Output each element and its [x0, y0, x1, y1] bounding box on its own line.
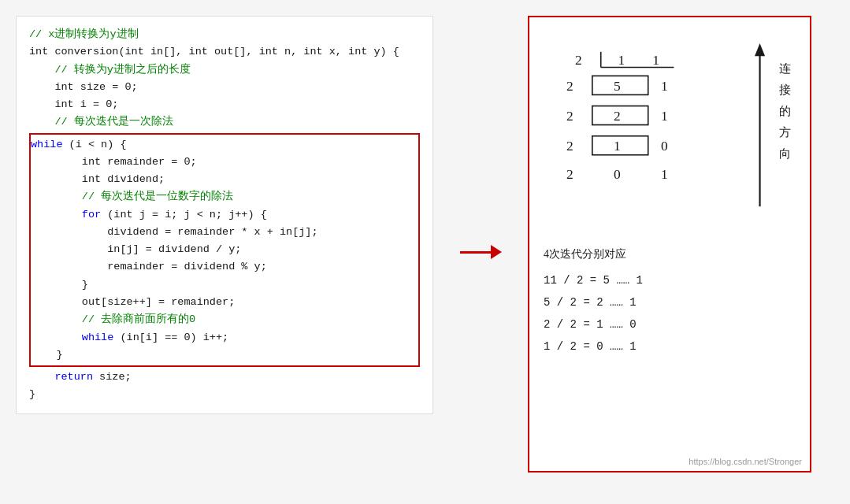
arrow-head: [491, 245, 502, 259]
diagram-panel: 2 1 1 2 5 1 2 2 1 2: [528, 16, 811, 472]
w3: // 每次迭代是一位数字的除法: [31, 188, 418, 206]
w12: }: [31, 346, 418, 364]
svg-text:1: 1: [661, 166, 668, 182]
w7: remainder = dividend % y;: [31, 258, 418, 276]
code-panel: // x进制转换为y进制 int conversion(int in[], in…: [16, 16, 433, 414]
while-block: while (i < n) { int remainder = 0; int d…: [29, 133, 420, 367]
watermark: https://blog.csdn.net/Stronger: [689, 457, 802, 466]
close-line: }: [29, 386, 420, 403]
arrow-row: [460, 245, 502, 259]
return-line: return size;: [29, 369, 420, 386]
code-line-2: int conversion(int in[], int out[], int …: [29, 43, 420, 61]
svg-text:1: 1: [652, 52, 659, 68]
w11: while (in[i] == 0) i++;: [31, 329, 418, 346]
iter-line-1: 5 / 2 = 2 …… 1: [544, 291, 796, 313]
svg-text:1: 1: [614, 138, 621, 154]
w4: for (int j = i; j < n; j++) {: [31, 206, 418, 224]
w6: in[j] = dividend / y;: [31, 241, 418, 258]
w8: }: [31, 276, 418, 294]
svg-text:2: 2: [566, 108, 573, 124]
iterations-section: 4次迭代分别对应 11 / 2 = 5 …… 1 5 / 2 = 2 …… 1 …: [544, 247, 796, 358]
arrow-shaft: [460, 251, 492, 254]
iter-line-0: 11 / 2 = 5 …… 1: [544, 269, 796, 291]
iterations-title: 4次迭代分别对应: [544, 247, 796, 261]
arrow-container: [457, 16, 504, 488]
code-line-3: // 转换为y进制之后的长度: [29, 61, 420, 79]
code-line-6: // 每次迭代是一次除法: [29, 113, 420, 131]
connect-direction-label: 连 接 的 方 向: [779, 58, 791, 165]
svg-text:2: 2: [566, 78, 573, 94]
w10: // 去除商前面所有的0: [31, 311, 418, 328]
iter-line-3: 1 / 2 = 0 …… 1: [544, 335, 796, 358]
svg-text:2: 2: [566, 166, 573, 182]
svg-marker-1: [755, 43, 765, 56]
division-diagram: 2 1 1 2 5 1 2 2 1 2: [544, 35, 796, 224]
code-line-5: int i = 0;: [29, 96, 420, 113]
svg-text:0: 0: [614, 166, 621, 182]
division-svg: 2 1 1 2 5 1 2 2 1 2: [544, 35, 796, 224]
svg-text:1: 1: [661, 108, 668, 124]
w9: out[size++] = remainder;: [31, 294, 418, 311]
w1: int remainder = 0;: [31, 154, 418, 171]
while-line: while (i < n) {: [31, 136, 418, 154]
main-container: // x进制转换为y进制 int conversion(int in[], in…: [0, 0, 850, 504]
svg-text:1: 1: [618, 52, 625, 68]
iter-line-2: 2 / 2 = 1 …… 0: [544, 313, 796, 335]
svg-text:2: 2: [614, 108, 621, 124]
svg-text:1: 1: [661, 78, 668, 94]
code-line-1: // x进制转换为y进制: [29, 26, 420, 43]
w2: int dividend;: [31, 171, 418, 188]
svg-text:0: 0: [661, 138, 668, 154]
svg-text:2: 2: [575, 52, 582, 68]
code-line-4: int size = 0;: [29, 79, 420, 96]
svg-text:5: 5: [614, 78, 621, 94]
svg-text:2: 2: [566, 138, 573, 154]
arrow: [460, 245, 502, 259]
w5: dividend = remainder * x + in[j];: [31, 224, 418, 241]
